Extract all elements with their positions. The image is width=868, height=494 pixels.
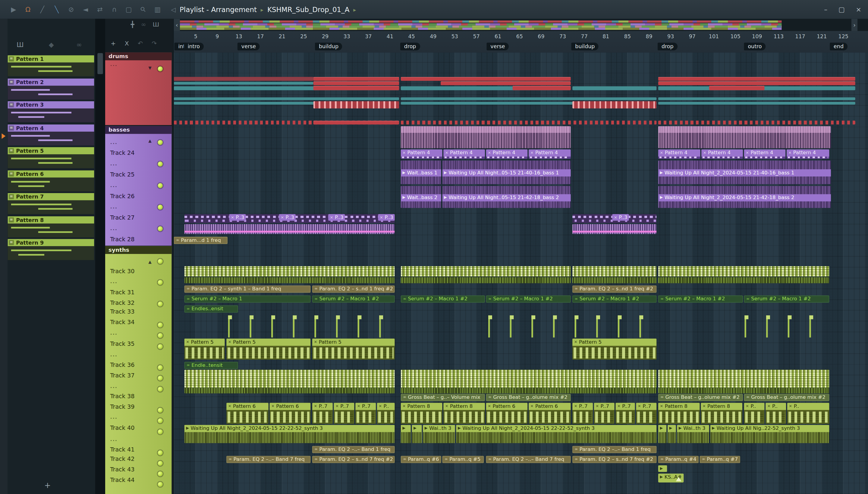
- headphones-icon[interactable]: Ω: [23, 4, 33, 15]
- playlist-clip[interactable]: [401, 126, 571, 148]
- playlist-clip[interactable]: [513, 86, 571, 90]
- playlist-clip[interactable]: [552, 316, 557, 337]
- playlist-clip[interactable]: ▶KS..A#: [658, 474, 684, 482]
- nav-left-button[interactable]: ‹: [174, 19, 180, 31]
- playlist-clip[interactable]: ▶: [668, 425, 676, 443]
- playlist-clip[interactable]: ∞Serum #2 – Macro 1: [184, 296, 311, 303]
- close-button[interactable]: ×: [856, 5, 861, 13]
- pattern-item-2[interactable]: ≡Pattern 2: [8, 78, 94, 100]
- playlist-clip[interactable]: ×Pattern 8: [401, 403, 442, 424]
- scrollbar-thumb[interactable]: [97, 53, 103, 74]
- track-led[interactable]: [158, 205, 163, 210]
- playlist-clip[interactable]: ×Pattern 6: [529, 403, 571, 424]
- playlist-clip[interactable]: ∞Param..q #4: [658, 456, 699, 463]
- playlist-clip[interactable]: [441, 81, 571, 85]
- playlist-clip[interactable]: ∞Param. EQ 2 – s..nd 7 freq #2: [572, 456, 657, 463]
- playlist-clip[interactable]: [270, 316, 275, 337]
- playlist-clip[interactable]: ∞Param. EQ 2 –..– Band 7 freq: [486, 456, 571, 463]
- playlist-clip[interactable]: ×Pattern 6: [226, 403, 269, 424]
- track-led[interactable]: [158, 280, 163, 285]
- playlist-clip[interactable]: ×P..7: [615, 403, 635, 424]
- track-header-track-25[interactable]: Track 25: [105, 171, 171, 178]
- track-header-track-31[interactable]: Track 31: [105, 289, 171, 296]
- picker-scrollbar[interactable]: [95, 19, 105, 494]
- playlist-clip[interactable]: [356, 316, 362, 337]
- audition-speaker-icon[interactable]: ◁: [171, 6, 176, 13]
- playlist-clip[interactable]: [184, 277, 395, 283]
- playlist-clip[interactable]: ×Pattern 8: [658, 403, 700, 424]
- playlist-clip[interactable]: [743, 316, 749, 337]
- playlist-clip[interactable]: ∞Serum #2 – Macro 1 #2: [744, 296, 829, 303]
- playlist-clip[interactable]: [313, 81, 399, 85]
- timeline-marker-end[interactable]: end: [830, 42, 848, 50]
- track-led[interactable]: [158, 365, 163, 370]
- playlist-clip[interactable]: ×Pattern 5: [572, 339, 657, 360]
- marquee-select-icon[interactable]: ▢: [124, 4, 133, 15]
- playlist-clip[interactable]: [313, 101, 399, 109]
- playlist-clip[interactable]: [808, 316, 813, 337]
- playlist-clip[interactable]: ∞Param. EQ 2 – s..nd 1 freq #2: [572, 286, 657, 293]
- playlist-clip[interactable]: [292, 316, 297, 337]
- playlist-clip[interactable]: ×P..3: [279, 214, 296, 221]
- playlist-clip[interactable]: ∞Endle..tensit: [184, 362, 238, 369]
- playlist-clip[interactable]: ×P..7: [312, 403, 333, 424]
- playlist-clip[interactable]: ∞Param. EQ 2 –..– Band 7 freq: [226, 456, 310, 463]
- playlist-clip[interactable]: ×Pattern 4: [443, 149, 485, 159]
- playlist-clip[interactable]: ▶Waiting Up All Night_2_2024-05-15 22-22…: [456, 425, 657, 443]
- pattern-header[interactable]: ≡Pattern 6: [8, 170, 94, 177]
- playlist-clip[interactable]: ∞Gross Beat – g..olume mix #2: [744, 394, 829, 401]
- playlist-clip[interactable]: [174, 97, 399, 100]
- draw-tool-icon[interactable]: ╲: [52, 4, 61, 15]
- track-header-track-24[interactable]: Track 24: [105, 149, 171, 157]
- playlist-clip[interactable]: ∞Param. EQ 2 – s..nd 7 freq #2: [312, 456, 395, 463]
- play-icon[interactable]: ▶: [9, 4, 18, 15]
- playlist-clip[interactable]: ▶: [412, 425, 422, 443]
- playlist-clip[interactable]: ∞Serum #2 – Macro 1 #2: [486, 296, 571, 303]
- playlist-clip[interactable]: ×P..: [787, 403, 829, 424]
- playlist-clip[interactable]: ∞Param. EQ 2 – s..nd 1 freq #2: [312, 286, 395, 293]
- track-group-label[interactable]: drums: [105, 52, 171, 60]
- track-led[interactable]: [158, 183, 163, 188]
- playlist-clip[interactable]: ∞Param. EQ 2 – synth 1 – Band 1 freq: [184, 286, 311, 293]
- add-pattern-button[interactable]: +: [44, 481, 51, 490]
- playlist-clip[interactable]: [572, 277, 657, 283]
- track-row-dots[interactable]: ...: [105, 351, 171, 358]
- playlist-clip[interactable]: [401, 369, 657, 388]
- pattern-item-8[interactable]: ≡Pattern 8: [8, 216, 94, 238]
- playlist-clip[interactable]: [572, 101, 657, 109]
- playlist-clip[interactable]: ×Pattern 5: [312, 339, 395, 360]
- track-led[interactable]: [158, 429, 163, 434]
- playlist-clip[interactable]: [658, 77, 855, 81]
- playlist-clip[interactable]: ×P..: [765, 403, 786, 424]
- playlist-clip[interactable]: [617, 316, 622, 337]
- playlist-clip[interactable]: ×Pattern 4: [529, 149, 571, 159]
- playlist-clip[interactable]: [595, 316, 600, 337]
- playlist-clip[interactable]: [401, 388, 657, 393]
- track-header-track-28[interactable]: Track 28: [105, 235, 171, 243]
- playlist-clip[interactable]: [401, 120, 657, 125]
- pattern-header[interactable]: ≡Pattern 9: [8, 239, 94, 246]
- playlist-clip[interactable]: [572, 87, 657, 90]
- playlist-clip[interactable]: ∞Param. EQ 2 –..– Band 1 freq: [312, 446, 395, 453]
- playlist-clip[interactable]: ×P..3: [229, 214, 246, 221]
- timeline-marker-buildup[interactable]: buildup: [315, 42, 343, 50]
- collapse-arrow-icon[interactable]: ▲: [148, 259, 152, 264]
- timeline-marker-drop[interactable]: drop: [658, 42, 677, 50]
- playlist-clip[interactable]: ▶Wai..th 3: [677, 425, 709, 443]
- playlist-clip[interactable]: [658, 369, 829, 388]
- track-header-track-26[interactable]: Track 26: [105, 192, 171, 200]
- playlist-clip[interactable]: [658, 277, 829, 283]
- playlist-clip[interactable]: [487, 316, 492, 337]
- playlist-clip[interactable]: ∞Param..q #7: [700, 456, 740, 463]
- playlist-clip[interactable]: [174, 82, 313, 84]
- playlist-clip[interactable]: [174, 77, 313, 81]
- playlist-clip[interactable]: [572, 224, 657, 234]
- playlist-clip[interactable]: ▶: [658, 425, 667, 443]
- playlist-clip[interactable]: [574, 316, 579, 337]
- playlist-clip[interactable]: ×Pattern 6: [270, 403, 310, 424]
- playlist-clip[interactable]: [765, 316, 770, 337]
- pattern-item-9[interactable]: ≡Pattern 9: [8, 239, 94, 261]
- playlist-clip[interactable]: ×P..: [377, 403, 395, 424]
- playlist-clip[interactable]: ×P..7: [594, 403, 614, 424]
- playlist-clip[interactable]: ▶Waiting Up All Night_2_2024-05-15 21-42…: [658, 186, 831, 208]
